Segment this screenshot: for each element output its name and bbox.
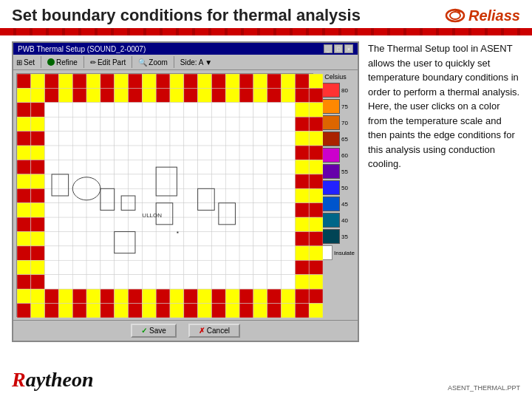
pwb-bottombar: ✓ Save ✗ Cancel (13, 320, 358, 341)
color-label-80: 80 (341, 87, 348, 94)
pwb-title: PWB Thermal Setup (SOUND_2-0007) (18, 45, 146, 53)
toolbar-sep-4 (174, 56, 174, 68)
page-title: Set boundary conditions for thermal anal… (12, 6, 361, 25)
file-label: ASENT_THERMAL.PPT (448, 384, 520, 392)
color-label-50: 50 (341, 185, 348, 191)
close-button[interactable]: × (344, 44, 353, 53)
maximize-button[interactable]: □ (334, 44, 343, 53)
toolbar-sep-3 (132, 56, 132, 68)
color-label-75: 75 (341, 103, 348, 110)
pwb-grid-canvas[interactable] (17, 74, 323, 318)
color-label-insulate: Insulate (334, 250, 355, 256)
reliass-logo: Reliass (444, 7, 520, 24)
color-label-55: 55 (341, 168, 348, 175)
toolbar-zoom[interactable]: 🔍 Zoom (138, 58, 168, 66)
color-label-65: 65 (341, 136, 348, 143)
description-text: The Thermal Setup tool in ASENT allows t… (368, 41, 520, 342)
svg-point-1 (450, 12, 460, 19)
save-button[interactable]: ✓ Save (131, 324, 177, 338)
zoom-icon: 🔍 (138, 58, 147, 66)
minimize-button[interactable]: _ (324, 44, 332, 53)
toolbar-side[interactable]: Side: A ▼ (180, 58, 212, 66)
main-content: PWB Thermal Setup (SOUND_2-0007) _ □ × ⊞… (0, 41, 532, 342)
reliass-text: Reliass (468, 7, 520, 24)
raytheon-r: R (12, 368, 26, 391)
cancel-button[interactable]: ✗ Cancel (188, 324, 240, 338)
toolbar-sep-1 (41, 56, 41, 68)
pwb-body: Celsius 80 75 70 65 (13, 70, 358, 320)
pwb-window-controls: _ □ × (324, 44, 353, 53)
toolbar-sep-2 (83, 56, 84, 68)
toolbar-set[interactable]: ⊞ Set (16, 58, 35, 66)
red-stripe-divider (0, 28, 532, 35)
edit-icon: ✏ (90, 58, 96, 66)
toolbar-edit-part[interactable]: ✏ Edit Part (90, 58, 126, 66)
raytheon-logo: Raytheon (12, 368, 93, 392)
color-label-60: 60 (341, 152, 348, 159)
set-icon: ⊞ (16, 58, 22, 66)
toolbar-refine[interactable]: Refine (47, 58, 78, 66)
footer: Raytheon ASENT_THERMAL.PPT (12, 368, 520, 392)
pwb-titlebar: PWB Thermal Setup (SOUND_2-0007) _ □ × (13, 43, 358, 55)
x-icon: ✗ (199, 327, 205, 335)
color-label-70: 70 (341, 120, 348, 126)
side-dropdown-icon: ▼ (205, 58, 212, 66)
color-label-35: 35 (341, 233, 348, 240)
refine-icon (47, 58, 55, 66)
color-label-40: 40 (341, 217, 348, 224)
pwb-grid-area[interactable] (16, 73, 313, 317)
pwb-toolbar: ⊞ Set Refine ✏ Edit Part 🔍 Zoom Side: A (13, 55, 358, 70)
pwb-window: PWB Thermal Setup (SOUND_2-0007) _ □ × ⊞… (12, 41, 359, 342)
header: Set boundary conditions for thermal anal… (0, 0, 532, 28)
raytheon-text: aytheon (26, 368, 94, 391)
color-label-45: 45 (341, 201, 348, 208)
reliass-swirl-icon (444, 7, 466, 24)
check-icon: ✓ (141, 327, 147, 335)
